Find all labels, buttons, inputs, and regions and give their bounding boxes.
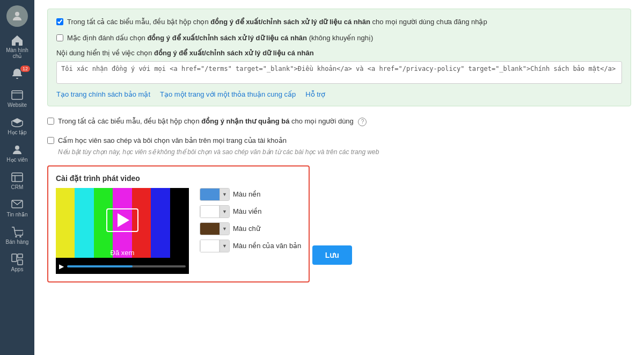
text-bg-color-swatch <box>200 240 219 252</box>
sidebar-item-students[interactable]: Học viên <box>0 140 34 167</box>
notification-badge: 12 <box>20 66 30 72</box>
text-bg-color-select[interactable]: ▼ <box>200 240 230 252</box>
svg-rect-10 <box>12 254 17 262</box>
privacy-section: Trong tất cả các biểu mẫu, đều bật hộp c… <box>47 9 631 106</box>
color-option-border: ▼ Màu viền <box>200 205 301 218</box>
sidebar-item-apps-label: Apps <box>11 266 24 272</box>
svg-rect-1 <box>12 91 23 99</box>
checkbox-2-text: Mặc định đánh dấu chọn đồng ý để xuất/ch… <box>67 33 373 44</box>
svg-rect-12 <box>18 260 23 265</box>
copy-protection-section: Cấm học viên sao chép và bôi chọn văn bả… <box>47 135 631 157</box>
checkbox-marketing[interactable] <box>47 118 54 125</box>
copy-protection-text: Cấm học viên sao chép và bôi chọn văn bả… <box>58 135 287 146</box>
messages-icon <box>10 199 24 211</box>
crm-icon <box>10 171 24 183</box>
avatar <box>6 5 28 27</box>
sidebar-item-home-label: Màn hìnhchủ <box>6 47 28 59</box>
checkbox-row-1: Trong tất cả các biểu mẫu, đều bật hộp c… <box>56 17 622 27</box>
video-controls-row: Đã xem ▶ ▼ Màu nền <box>56 188 301 274</box>
link-support[interactable]: Hỗ trợ <box>305 90 325 98</box>
sidebar-item-crm-label: CRM <box>11 184 24 190</box>
bar-black <box>170 188 189 258</box>
checkbox-copy-protection[interactable] <box>47 137 54 144</box>
sidebar-item-learning-label: Học tập <box>8 129 26 135</box>
main-content: Trong tất cả các biểu mẫu, đều bật hộp c… <box>34 0 644 355</box>
play-btn-small[interactable]: ▶ <box>59 263 64 270</box>
consent-textarea[interactable]: Tôi xác nhận đồng ý với mọi <a href="/te… <box>56 61 622 84</box>
link-terms[interactable]: Tạo một trang với một thỏa thuận cung cấ… <box>160 90 296 98</box>
marketing-checkbox-row: Trong tất cả các biểu mẫu, đều bật hộp c… <box>47 116 631 127</box>
link-privacy-policy[interactable]: Tạo trang chính sách bảo mật <box>56 90 150 98</box>
sidebar-item-home[interactable]: Màn hìnhchủ <box>0 30 34 63</box>
links-row: Tạo trang chính sách bảo mật Tạo một tra… <box>56 90 622 98</box>
video-progress-bar: ▶ <box>56 259 189 274</box>
color-options: ▼ Màu nền ▼ Màu viền ▼ Màu <box>200 188 301 252</box>
checkbox-default-checked-consent[interactable] <box>56 34 63 41</box>
sidebar-item-messages[interactable]: Tin nhắn <box>0 194 34 222</box>
progress-fill <box>67 265 133 267</box>
video-player-section: Cài đặt trình phát video Đã xem <box>47 165 310 282</box>
students-icon <box>10 144 24 156</box>
save-button[interactable]: Lưu <box>312 245 352 265</box>
text-bg-color-arrow[interactable]: ▼ <box>219 240 229 252</box>
sidebar-item-website[interactable]: Website <box>0 85 34 112</box>
text-color-label: Màu chữ <box>233 224 260 233</box>
bar-yellow <box>56 188 75 258</box>
border-color-label: Màu viền <box>233 207 262 215</box>
progress-track <box>67 265 186 267</box>
bg-color-arrow[interactable]: ▼ <box>219 188 229 201</box>
marketing-help-icon[interactable]: ? <box>358 118 367 126</box>
svg-point-9 <box>20 236 21 237</box>
checkbox-1-text: Trong tất cả các biểu mẫu, đều bật hộp c… <box>67 17 487 27</box>
svg-rect-4 <box>12 173 23 182</box>
play-triangle-icon <box>118 213 129 227</box>
copy-protection-checkbox-row: Cấm học viên sao chép và bôi chọn văn bả… <box>47 135 631 146</box>
sidebar-item-crm[interactable]: CRM <box>0 167 34 194</box>
video-preview: Đã xem ▶ <box>56 188 189 274</box>
text-color-arrow[interactable]: ▼ <box>219 222 229 235</box>
sidebar-item-students-label: Học viên <box>6 157 27 163</box>
marketing-text: Trong tất cả các biểu mẫu, đều bật hộp c… <box>58 116 367 127</box>
consent-label: Nội dung hiển thị về việc chọn đồng ý để… <box>56 48 622 58</box>
text-bg-color-label: Màu nền của văn bản <box>233 242 301 250</box>
border-color-swatch <box>200 205 219 218</box>
sidebar: Màn hìnhchủ 12 Website Học tập Học viên … <box>0 0 34 355</box>
play-button[interactable] <box>106 208 138 232</box>
bar-blue <box>151 188 170 258</box>
learning-icon <box>10 117 24 128</box>
watched-label: Đã xem <box>111 249 135 257</box>
checkbox-all-forms-consent[interactable] <box>56 18 63 25</box>
checkbox-row-2: Mặc định đánh dấu chọn đồng ý để xuất/ch… <box>56 33 622 44</box>
apps-icon <box>10 253 24 265</box>
text-color-select[interactable]: ▼ <box>200 222 230 235</box>
marketing-section: Trong tất cả các biểu mẫu, đều bật hộp c… <box>47 116 631 127</box>
svg-rect-11 <box>18 254 23 258</box>
border-color-arrow[interactable]: ▼ <box>219 205 229 218</box>
sidebar-item-learning[interactable]: Học tập <box>0 112 34 140</box>
bar-cyan <box>75 188 93 258</box>
svg-point-0 <box>15 12 19 16</box>
sidebar-item-messages-label: Tin nhắn <box>7 212 28 218</box>
sidebar-item-notifications[interactable]: 12 <box>0 63 34 85</box>
bg-color-select[interactable]: ▼ <box>200 188 230 201</box>
color-option-text-bg: ▼ Màu nền của văn bản <box>200 240 301 252</box>
svg-point-8 <box>16 236 17 237</box>
svg-point-3 <box>15 146 19 150</box>
color-option-bg: ▼ Màu nền <box>200 188 301 201</box>
text-color-swatch <box>200 222 219 235</box>
website-icon <box>10 89 24 101</box>
sidebar-item-website-label: Website <box>8 102 27 108</box>
home-icon <box>10 34 24 46</box>
sidebar-item-sales-label: Bán hàng <box>6 239 29 245</box>
bg-color-label: Màu nền <box>233 190 260 198</box>
color-option-text: ▼ Màu chữ <box>200 222 301 235</box>
border-color-select[interactable]: ▼ <box>200 205 230 218</box>
sidebar-item-apps[interactable]: Apps <box>0 249 34 277</box>
sidebar-item-sales[interactable]: Bán hàng <box>0 222 34 249</box>
copy-protection-hint: Nếu bật tùy chọn này, học viên sẽ không … <box>58 148 631 157</box>
sales-icon <box>10 226 24 238</box>
video-section-title: Cài đặt trình phát video <box>56 174 301 183</box>
bg-color-swatch <box>200 188 219 201</box>
